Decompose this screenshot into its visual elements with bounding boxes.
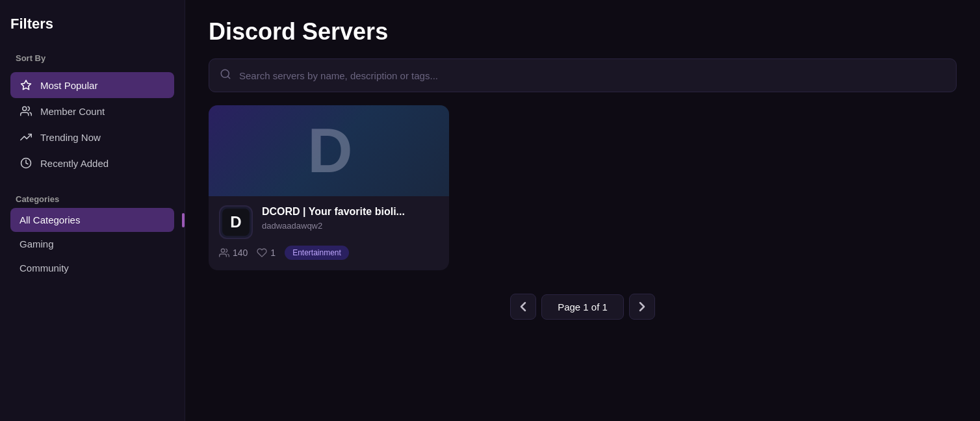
category-label: Gaming [19, 238, 54, 249]
star-icon [19, 79, 32, 92]
server-card-banner: D [209, 105, 449, 196]
categories-label: Categories [10, 194, 174, 204]
servers-grid: D D DCORD | Your favorite bioli... dadwa… [209, 105, 957, 270]
svg-marker-0 [21, 81, 31, 90]
server-banner-letter: D [307, 120, 350, 182]
svg-point-5 [221, 249, 224, 252]
categories-list: All CategoriesGamingCommunity [10, 208, 174, 280]
category-item-all-categories[interactable]: All Categories [10, 208, 174, 232]
category-label: All Categories [19, 214, 80, 225]
server-likes: 1 [257, 248, 276, 258]
sort-items-list: Most Popular Member Count Trending Now R… [10, 72, 174, 176]
next-page-button[interactable] [629, 294, 655, 320]
clock-icon [19, 157, 32, 170]
member-count-value: 140 [233, 248, 248, 258]
category-label: Community [19, 262, 69, 274]
server-card-footer: 140 1 Entertainment [219, 246, 439, 260]
category-item-gaming[interactable]: Gaming [10, 232, 174, 256]
server-name: DCORD | Your favorite bioli... [262, 205, 439, 219]
search-input[interactable] [239, 70, 946, 81]
categories-section: Categories All CategoriesGamingCommunity [10, 189, 174, 280]
heart-icon [257, 248, 267, 258]
server-info: DCORD | Your favorite bioli... dadwaadaw… [262, 205, 439, 231]
users-icon [19, 105, 32, 118]
server-avatar: D [219, 205, 253, 239]
category-item-community[interactable]: Community [10, 256, 174, 280]
search-icon [220, 68, 231, 83]
sidebar-sort-recently-added[interactable]: Recently Added [10, 150, 174, 176]
sort-by-label: Sort By [10, 53, 174, 63]
server-card-top: D DCORD | Your favorite bioli... dadwaad… [219, 205, 439, 239]
server-tag[interactable]: Entertainment [285, 246, 349, 260]
svg-point-1 [23, 107, 27, 110]
sidebar-sort-member-count[interactable]: Member Count [10, 98, 174, 124]
prev-page-button[interactable] [510, 294, 536, 320]
server-avatar-inner: D [222, 209, 250, 236]
likes-value: 1 [270, 248, 276, 258]
sidebar: Filters Sort By Most Popular Member Coun… [0, 0, 185, 421]
members-icon [219, 248, 229, 258]
sidebar-sort-label: Trending Now [40, 132, 101, 143]
server-member-count: 140 [219, 248, 248, 258]
sidebar-sort-trending-now[interactable]: Trending Now [10, 124, 174, 150]
trending-icon [19, 131, 32, 144]
sidebar-sort-most-popular[interactable]: Most Popular [10, 72, 174, 98]
sidebar-title: Filters [10, 16, 174, 32]
search-bar[interactable] [209, 58, 957, 92]
server-owner: dadwaadawqw2 [262, 221, 439, 231]
sidebar-sort-label: Member Count [40, 106, 105, 117]
page-label: Page 1 of 1 [541, 294, 624, 320]
server-card-body: D DCORD | Your favorite bioli... dadwaad… [209, 196, 449, 270]
server-card-dcord[interactable]: D D DCORD | Your favorite bioli... dadwa… [209, 105, 449, 270]
sidebar-sort-label: Recently Added [40, 158, 109, 169]
sidebar-sort-label: Most Popular [40, 80, 97, 91]
svg-line-4 [227, 76, 229, 78]
pagination: Page 1 of 1 [209, 294, 957, 320]
page-title: Discord Servers [209, 18, 957, 45]
main-content: Discord Servers D D DCORD | Your favorit… [185, 0, 980, 421]
